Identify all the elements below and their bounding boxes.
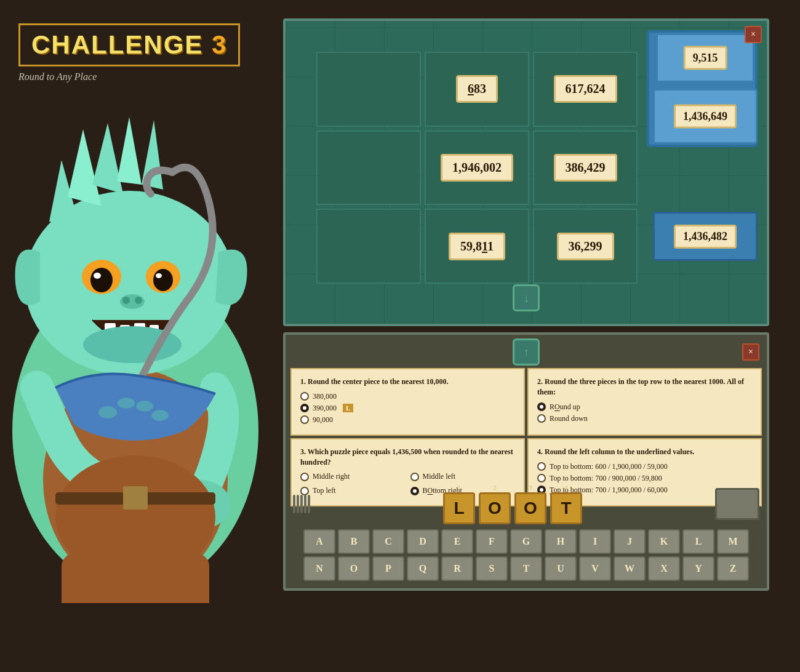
- grid-cell-59811[interactable]: 59,811: [425, 209, 529, 284]
- quiz-panel: ↑ × 1. Round the center piece to the nea…: [283, 332, 769, 591]
- loot-slot-2-letter[interactable]: O: [479, 492, 511, 524]
- q3-option-2[interactable]: Middle left: [410, 472, 516, 481]
- number-tag-9515[interactable]: 9,515: [684, 46, 727, 70]
- q2-option-1[interactable]: ROund up: [537, 402, 752, 412]
- puzzle-panel: × 683 617,624 1,946,002 386,429 59,811: [283, 18, 769, 326]
- key-P[interactable]: P: [372, 556, 404, 581]
- q1-radio-2[interactable]: [300, 404, 309, 412]
- loot-slot-4-letter[interactable]: T: [550, 492, 582, 524]
- q4-radio-1[interactable]: [537, 462, 546, 471]
- challenge-title-box: CHALLENGE 3: [18, 23, 240, 66]
- loot-display: 1 L 2 O 3 O 4 T: [316, 484, 709, 524]
- number-tag-386429: 386,429: [554, 154, 617, 182]
- q1-option-1[interactable]: 380,000: [300, 392, 515, 401]
- q4-option-1[interactable]: Top to bottom: 600 / 1,900,000 / 59,000: [537, 462, 752, 471]
- loot-slot-4-number: 4: [564, 484, 568, 491]
- line-5: [308, 495, 310, 513]
- question-2-text: 2. Round the three pieces in the top row…: [537, 377, 752, 398]
- close-puzzle-button[interactable]: ×: [745, 26, 762, 43]
- key-F[interactable]: F: [476, 529, 508, 554]
- q2-option-2[interactable]: Round down: [537, 414, 752, 423]
- key-L[interactable]: L: [682, 529, 714, 554]
- q1-radio-1[interactable]: [300, 392, 309, 401]
- q1-option-2[interactable]: 390,000 L: [300, 404, 515, 413]
- svg-point-15: [122, 297, 130, 304]
- key-J[interactable]: J: [614, 529, 646, 554]
- q4-radio-2[interactable]: [537, 474, 546, 482]
- loot-slot-4: 4 T: [550, 484, 582, 524]
- creature-illustration: [0, 0, 295, 672]
- key-K[interactable]: K: [648, 529, 680, 554]
- svg-marker-5: [92, 123, 123, 194]
- loot-slot-3-number: 3: [529, 484, 532, 491]
- q3-opt1-label: Middle right: [313, 472, 350, 481]
- svg-marker-6: [117, 117, 142, 185]
- question-1-box: 1. Round the center piece to the nearest…: [290, 368, 525, 436]
- q4-option-2[interactable]: Top to bottom: 700 / 900,000 / 59,800: [537, 474, 752, 483]
- loot-slot-3: 3 O: [514, 484, 546, 524]
- svg-point-33: [151, 410, 169, 421]
- q1-label: Round the center piece to the nearest 10…: [308, 377, 449, 386]
- svg-rect-34: [62, 554, 209, 603]
- answer-input-box[interactable]: [715, 488, 759, 520]
- q1-opt2-label: 390,000: [313, 404, 337, 413]
- key-E[interactable]: E: [441, 529, 473, 554]
- key-I[interactable]: I: [579, 529, 611, 554]
- key-U[interactable]: U: [545, 556, 577, 581]
- key-Q[interactable]: Q: [407, 556, 439, 581]
- number-tag-1436649[interactable]: 1,436,649: [674, 105, 737, 129]
- svg-point-10: [90, 268, 113, 292]
- key-H[interactable]: H: [545, 529, 577, 554]
- grid-cell-1946002[interactable]: 1,946,002: [425, 130, 529, 206]
- line-2: [297, 495, 299, 513]
- key-M[interactable]: M: [717, 529, 749, 554]
- q1-option-3[interactable]: 90,000: [300, 415, 515, 425]
- q2-radio-1[interactable]: [537, 402, 546, 411]
- q2-radio-2[interactable]: [537, 414, 546, 423]
- key-N[interactable]: N: [303, 556, 335, 581]
- key-X[interactable]: X: [648, 556, 680, 581]
- arrow-down-button[interactable]: ↓: [513, 284, 540, 311]
- q3-option-1[interactable]: Middle right: [300, 472, 406, 481]
- key-B[interactable]: B: [338, 529, 370, 554]
- question-4-text: 4. Round the left column to the underlin…: [537, 447, 752, 457]
- grid-cell-empty-1: [316, 52, 421, 127]
- key-Y[interactable]: Y: [682, 556, 714, 581]
- loot-slot-3-letter[interactable]: O: [514, 492, 546, 524]
- key-D[interactable]: D: [407, 529, 439, 554]
- q3-radio-2[interactable]: [410, 473, 419, 481]
- key-G[interactable]: G: [510, 529, 542, 554]
- grid-cell-36299[interactable]: 36,299: [533, 209, 638, 284]
- q2-opt1-text: ROund up: [550, 402, 580, 412]
- key-C[interactable]: C: [372, 529, 404, 554]
- line-4: [304, 495, 306, 513]
- key-R[interactable]: R: [441, 556, 473, 581]
- q4-opt2-label: Top to bottom: 700 / 900,000 / 59,800: [550, 474, 662, 483]
- close-quiz-button[interactable]: ×: [742, 343, 759, 361]
- number-tag-1436482[interactable]: 1,436,482: [674, 225, 737, 249]
- question-2-box: 2. Round the three pieces in the top row…: [527, 368, 762, 436]
- key-W[interactable]: W: [614, 556, 646, 581]
- key-T[interactable]: T: [510, 556, 542, 581]
- svg-point-16: [135, 297, 142, 304]
- key-A[interactable]: A: [303, 529, 335, 554]
- arrow-up-button[interactable]: ↑: [513, 338, 540, 366]
- q3-radio-1[interactable]: [300, 473, 309, 481]
- svg-point-11: [153, 269, 173, 291]
- grid-cell-617624[interactable]: 617,624: [533, 52, 638, 127]
- svg-point-32: [136, 401, 153, 412]
- key-O[interactable]: O: [338, 556, 370, 581]
- q1-radio-3[interactable]: [300, 415, 309, 424]
- key-V[interactable]: V: [579, 556, 611, 581]
- puzzle-grid: 683 617,624 1,946,002 386,429 59,811 36,…: [316, 52, 638, 284]
- grid-cell-386429[interactable]: 386,429: [533, 130, 638, 206]
- key-Z[interactable]: Z: [717, 556, 749, 581]
- number-tag-59811: 59,811: [449, 233, 505, 260]
- key-S[interactable]: S: [476, 556, 508, 581]
- q3-label: Which puzzle piece equals 1,436,500 when…: [300, 447, 513, 466]
- number-tag-1946002: 1,946,002: [441, 154, 513, 182]
- grid-cell-683[interactable]: 683: [425, 52, 529, 127]
- q4-label: Round the left column to the underlined …: [545, 447, 694, 456]
- q3-opt2-label: Middle left: [423, 472, 456, 481]
- loot-slot-1-letter[interactable]: L: [443, 492, 475, 524]
